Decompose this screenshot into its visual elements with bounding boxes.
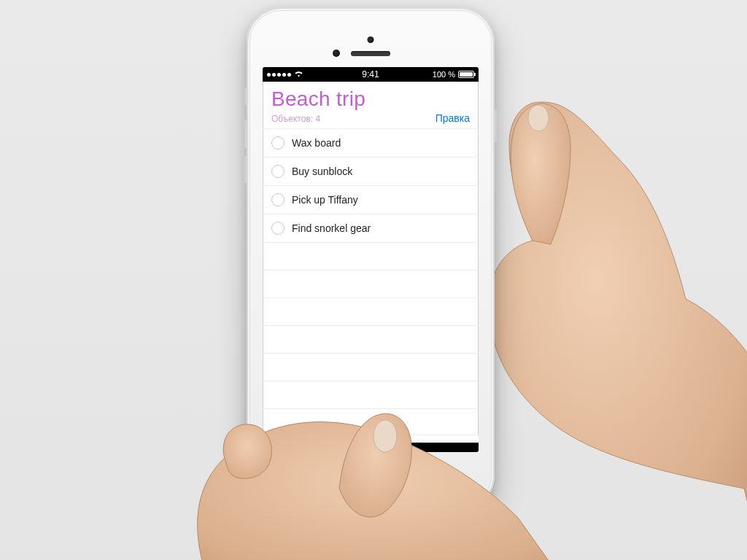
status-left xyxy=(267,70,303,79)
status-bar: 9:41 100 % xyxy=(263,67,479,82)
battery-percent: 100 % xyxy=(433,70,455,79)
item-label: Wax board xyxy=(292,137,341,149)
front-camera xyxy=(333,50,340,57)
edit-button[interactable]: Правка xyxy=(436,112,470,124)
checkbox-icon[interactable] xyxy=(271,222,285,235)
status-time: 9:41 xyxy=(362,69,379,79)
volume-down-button xyxy=(244,155,247,183)
item-count-label: Объектов: 4 xyxy=(271,114,320,124)
power-button xyxy=(495,109,497,142)
status-right: 100 % xyxy=(433,70,474,79)
earpiece xyxy=(351,51,390,56)
svg-point-1 xyxy=(374,420,397,452)
stage: 9:41 100 % Beach trip Объектов: 4 Правка… xyxy=(0,0,747,560)
item-label: Buy sunblock xyxy=(292,166,352,177)
signal-dots-icon xyxy=(267,73,291,77)
list-item[interactable]: Find snorkel gear xyxy=(263,214,479,243)
list-header: Beach trip Объектов: 4 Правка xyxy=(263,82,479,129)
volume-up-button xyxy=(244,120,247,148)
list-item[interactable]: Wax board xyxy=(263,129,479,158)
checkbox-icon[interactable] xyxy=(271,136,285,149)
checkbox-icon[interactable] xyxy=(271,165,285,178)
left-hand xyxy=(175,335,554,560)
checkbox-icon[interactable] xyxy=(271,193,285,206)
mute-switch xyxy=(244,88,247,105)
proximity-sensor xyxy=(368,36,374,43)
battery-icon xyxy=(458,71,474,78)
list-item[interactable]: Buy sunblock xyxy=(263,158,479,186)
list-title: Beach trip xyxy=(271,88,470,111)
item-label: Pick up Tiffany xyxy=(292,194,358,206)
svg-point-0 xyxy=(528,105,549,131)
todo-list: Wax board Buy sunblock Pick up Tiffany F… xyxy=(263,129,479,243)
list-item[interactable]: Pick up Tiffany xyxy=(263,186,479,214)
item-label: Find snorkel gear xyxy=(292,222,371,234)
wifi-icon xyxy=(294,70,303,79)
